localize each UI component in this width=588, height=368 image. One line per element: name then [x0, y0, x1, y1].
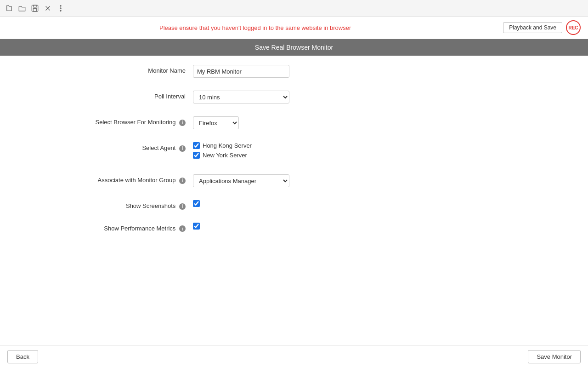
browser-control: Firefox Chrome [193, 116, 542, 129]
perf-metrics-row: Show Performance Metrics i [0, 223, 588, 232]
agent-hongkong-checkbox[interactable] [193, 142, 200, 149]
perf-metrics-checkbox[interactable] [193, 223, 200, 230]
agent-hongkong-label: Hong Kong Server [203, 142, 252, 149]
monitor-name-label: Monitor Name [46, 65, 193, 74]
poll-interval-label: Poll Interval [46, 91, 193, 100]
agent-row: Select Agent i Hong Kong Server New York… [0, 142, 588, 161]
perf-metrics-info-icon[interactable]: i [179, 225, 186, 232]
monitor-group-label: Associate with Monitor Group i [46, 174, 193, 184]
toolbar [0, 0, 588, 17]
agent-newyork-checkbox[interactable] [193, 152, 200, 159]
agent-newyork-row: New York Server [193, 152, 542, 159]
svg-rect-1 [34, 5, 36, 7]
svg-point-5 [60, 5, 61, 6]
monitor-group-row: Associate with Monitor Group i Applicati… [0, 174, 588, 187]
agent-hongkong-row: Hong Kong Server [193, 142, 542, 149]
agent-newyork-label: New York Server [203, 152, 247, 159]
warning-message: Please ensure that you haven't logged in… [159, 24, 351, 31]
screenshots-checkbox[interactable] [193, 200, 200, 207]
browser-select[interactable]: Firefox Chrome [193, 116, 239, 129]
poll-interval-select[interactable]: 1 min 5 mins 10 mins 15 mins 30 mins 1 h… [193, 91, 289, 104]
svg-point-6 [60, 7, 61, 8]
close-x-icon[interactable] [43, 4, 52, 13]
warning-bar: Please ensure that you haven't logged in… [0, 17, 588, 39]
agent-label: Select Agent i [46, 142, 193, 152]
rec-button[interactable]: REC [566, 20, 581, 35]
browser-info-icon[interactable]: i [179, 120, 186, 126]
browser-row: Select Browser For Monitoring i Firefox … [0, 116, 588, 129]
playback-save-button[interactable]: Playback and Save [503, 22, 562, 33]
poll-interval-row: Poll Interval 1 min 5 mins 10 mins 15 mi… [0, 91, 588, 104]
svg-rect-0 [32, 5, 38, 12]
screenshots-label: Show Screenshots i [46, 200, 193, 210]
section-header: Save Real Browser Monitor [0, 39, 588, 56]
agent-info-icon[interactable]: i [179, 145, 186, 152]
screenshots-info-icon[interactable]: i [179, 203, 186, 210]
svg-point-7 [60, 10, 61, 11]
monitor-group-info-icon[interactable]: i [179, 178, 186, 184]
toolbar-icons [5, 4, 65, 13]
monitor-group-control: Applications Manager Default [193, 174, 542, 187]
perf-metrics-label: Show Performance Metrics i [46, 223, 193, 232]
save-monitor-button[interactable]: Save Monitor [528, 350, 581, 363]
footer: Back Save Monitor [0, 345, 588, 368]
open-file-icon[interactable] [5, 4, 14, 13]
save-disk-icon[interactable] [30, 4, 40, 13]
browser-label: Select Browser For Monitoring i [46, 116, 193, 126]
agent-control: Hong Kong Server New York Server [193, 142, 542, 161]
poll-interval-control: 1 min 5 mins 10 mins 15 mins 30 mins 1 h… [193, 91, 542, 104]
section-title: Save Real Browser Monitor [255, 44, 333, 51]
monitor-name-row: Monitor Name [0, 65, 588, 78]
monitor-name-control [193, 65, 542, 78]
monitor-name-input[interactable] [193, 65, 289, 78]
folder-icon[interactable] [17, 4, 27, 13]
monitor-group-select[interactable]: Applications Manager Default [193, 174, 289, 187]
more-options-icon[interactable] [56, 4, 65, 13]
back-button[interactable]: Back [7, 350, 38, 363]
form-area: Monitor Name Poll Interval 1 min 5 mins … [0, 56, 588, 254]
screenshots-row: Show Screenshots i [0, 200, 588, 210]
svg-rect-2 [33, 8, 37, 11]
screenshots-control [193, 200, 542, 208]
perf-metrics-control [193, 223, 542, 231]
